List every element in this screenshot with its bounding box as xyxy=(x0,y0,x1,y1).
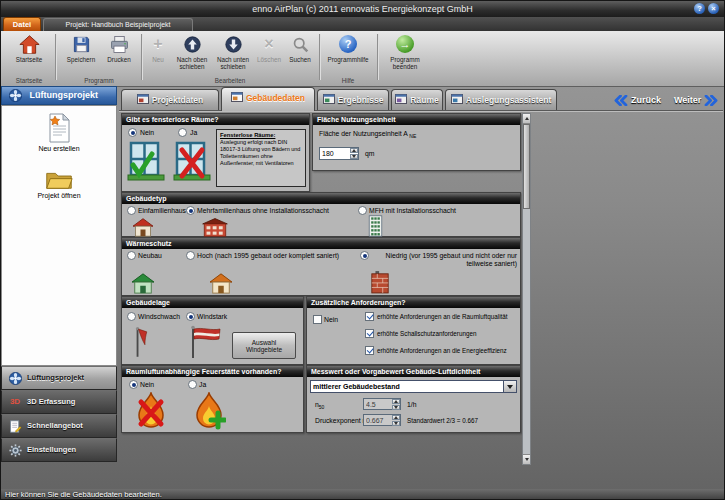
neubau-radio[interactable] xyxy=(127,251,136,260)
form-icon xyxy=(231,92,243,102)
next-button-label: Weiter xyxy=(674,95,701,105)
stepper-up-icon[interactable] xyxy=(392,399,400,404)
sidebar-item-schnellangebot[interactable]: Schnellangebot xyxy=(1,414,117,438)
open-project-action[interactable]: Projekt öffnen xyxy=(1,169,117,199)
neu-button-label: Neu xyxy=(152,56,164,63)
feuerstaette-nein-radio[interactable] xyxy=(129,380,138,389)
programm-beenden-button[interactable]: → Programm beenden xyxy=(381,33,429,77)
drucken-button[interactable]: Drucken xyxy=(101,33,137,77)
area-field-group xyxy=(319,147,359,160)
tab-raeume[interactable]: Räume xyxy=(391,89,443,111)
radio-label: Windschwach xyxy=(138,313,180,321)
panel-title: Wärmeschutz xyxy=(122,238,520,249)
feuerstaette-ja-radio[interactable] xyxy=(188,380,197,389)
energieeffizienz-checkbox[interactable] xyxy=(365,346,374,355)
fensterlos-nein-radio[interactable] xyxy=(128,128,137,137)
dropdown-arrow-icon[interactable] xyxy=(503,381,516,392)
stepper-down-icon[interactable] xyxy=(350,154,358,159)
panel-title: Gebäudetyp xyxy=(122,193,520,204)
tab-auslegungsassistent[interactable]: Auslegungsassistent xyxy=(445,89,557,111)
orange-roof-house-icon xyxy=(208,272,234,294)
next-chevrons-icon xyxy=(704,95,719,106)
windstark-radio[interactable] xyxy=(186,312,195,321)
tab-ergebnisse[interactable]: Ergebnisse xyxy=(317,89,389,111)
waermeschutz-hoch-radio[interactable] xyxy=(186,251,195,260)
radio-label: Hoch (nach 1995 gebaut oder komplett san… xyxy=(197,252,355,260)
ribbon-group-programm: Programm xyxy=(61,77,137,84)
anforderungen-nein-checkbox[interactable] xyxy=(313,315,322,324)
standardwert-label: Standardwert 2/3 = 0.667 xyxy=(407,417,478,425)
panel-title: Messwert oder Vorgabewert Gebäude-Luftdi… xyxy=(307,366,520,377)
window-help-button[interactable]: ? xyxy=(694,3,705,14)
n50-stepper[interactable] xyxy=(392,399,400,409)
startseite-button[interactable]: Startseite xyxy=(7,33,51,77)
new-project-action[interactable]: Neu erstellen xyxy=(1,113,117,152)
sidebar-item-label: 3D Erfassung xyxy=(27,397,75,406)
suchen-button[interactable]: Suchen xyxy=(285,33,315,77)
window-close-button[interactable]: × xyxy=(708,3,719,14)
sidebar-item-3d-erfassung[interactable]: 3D3D Erfassung xyxy=(1,390,117,414)
scroll-up-button[interactable] xyxy=(523,114,530,124)
auswahl-windgebiete-button[interactable]: Auswahl Windgebiete xyxy=(232,332,296,359)
raumluftqualitaet-checkbox[interactable] xyxy=(365,312,374,321)
luftdichtheit-select[interactable]: mittlerer Gebäudebestand xyxy=(310,380,517,393)
window-title: enno AirPlan (c) 2011 ennovatis Energiek… xyxy=(252,4,472,14)
flame-plus-icon xyxy=(192,392,226,430)
fensterlose-raeume-infobox: Fensterlose Räume: Auslegung erfolgt nac… xyxy=(216,129,306,187)
ribbon-group-bearbeiten: Bearbeiten xyxy=(145,77,315,84)
area-stepper[interactable] xyxy=(350,148,358,159)
loeschen-button[interactable]: × Löschen xyxy=(254,33,284,77)
panel-waermeschutz: Wärmeschutz Neubau Hoch (nach 1995 gebau… xyxy=(121,237,521,296)
mfh-ohne-schacht-radio[interactable] xyxy=(186,206,195,215)
move-up-button[interactable]: Nach oben schieben xyxy=(172,33,212,77)
panel-gebaeudetyp: Gebäudetyp Einfamilienhaus Mehrfamilienh… xyxy=(121,192,521,237)
stepper-down-icon[interactable] xyxy=(392,405,400,410)
datei-menu-button[interactable]: Datei xyxy=(3,17,41,31)
move-down-button[interactable]: Nach unten schieben xyxy=(213,33,253,77)
next-button[interactable]: Weiter xyxy=(674,91,719,109)
tab-label: Ergebnisse xyxy=(338,95,384,105)
einfamilienhaus-radio[interactable] xyxy=(127,206,136,215)
sidebar-item-einstellungen[interactable]: Einstellungen xyxy=(1,438,117,462)
stepper-up-icon[interactable] xyxy=(350,148,358,153)
waermeschutz-niedrig-radio[interactable] xyxy=(360,251,369,260)
radio-label: Niedrig (vor 1995 gebaut und nicht oder … xyxy=(371,252,517,268)
panel-luftdichtheit: Messwert oder Vorgabewert Gebäude-Luftdi… xyxy=(306,365,521,433)
programmhilfe-button-label: Programmhilfe xyxy=(328,56,369,63)
panel-title: Zusätzliche Anforderungen? xyxy=(307,297,520,308)
panel-zusaetzliche-anforderungen: Zusätzliche Anforderungen? Nein erhöhte … xyxy=(306,296,521,365)
luftdichtheit-select-value: mittlerer Gebäudebestand xyxy=(313,381,400,392)
ribbon-group-hilfe: Hilfe xyxy=(323,77,373,84)
tab-gebaeudedaten[interactable]: Gebäudedaten xyxy=(221,87,315,111)
scroll-down-button[interactable] xyxy=(523,454,530,464)
neu-button[interactable]: + Neu xyxy=(145,33,171,77)
tab-projektdaten[interactable]: Projektdaten xyxy=(121,89,219,111)
new-document-icon xyxy=(1,113,117,143)
printer-icon xyxy=(101,33,137,55)
fan-icon xyxy=(7,89,23,102)
mfh-mit-schacht-radio[interactable] xyxy=(358,206,367,215)
scrollbar-thumb[interactable] xyxy=(523,124,530,209)
windschwach-radio[interactable] xyxy=(127,312,136,321)
stepper-up-icon[interactable] xyxy=(392,415,400,420)
sidebar-item-lueftungsprojekt[interactable]: Lüftungsprojekt xyxy=(1,366,117,390)
plus-icon: + xyxy=(145,33,171,55)
exit-icon: → xyxy=(381,33,429,55)
stepper-down-icon[interactable] xyxy=(392,421,400,426)
project-document-tab[interactable]: Projekt: Handbuch Beispielprojekt xyxy=(43,18,193,31)
sidebar-item-label: Einstellungen xyxy=(27,445,76,454)
druckexponent-stepper[interactable] xyxy=(392,415,400,425)
speichern-button[interactable]: Speichern xyxy=(61,33,101,77)
fensterlos-ja-radio[interactable] xyxy=(178,128,187,137)
content-scrollbar[interactable] xyxy=(522,113,531,465)
area-unit-label: qm xyxy=(365,150,374,158)
status-bar: Hier können Sie die Gebäudedaten bearbei… xyxy=(1,489,724,500)
programmhilfe-button[interactable]: ? Programmhilfe xyxy=(323,33,373,77)
fan-icon xyxy=(7,372,23,385)
schallschutz-checkbox[interactable] xyxy=(365,329,374,338)
window-check-icon xyxy=(126,141,166,183)
tab-label: Räume xyxy=(410,95,438,105)
loeschen-button-label: Löschen xyxy=(257,56,281,63)
sidebar-item-label: Lüftungsprojekt xyxy=(27,373,84,382)
back-button[interactable]: Zurück xyxy=(613,91,661,109)
